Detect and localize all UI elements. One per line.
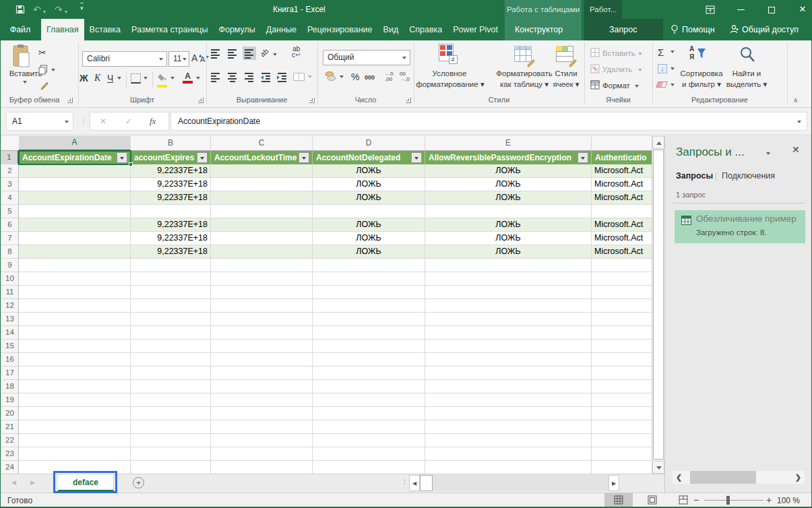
cell[interactable]: Microsoft.Act bbox=[592, 178, 652, 191]
zoom-out-button[interactable]: − bbox=[693, 495, 699, 505]
cell[interactable] bbox=[19, 299, 131, 313]
cell[interactable] bbox=[592, 205, 652, 218]
tabbar-resize-handle[interactable]: ⁞ bbox=[404, 478, 406, 486]
cell[interactable] bbox=[131, 420, 211, 434]
cell[interactable] bbox=[19, 326, 131, 340]
cell[interactable] bbox=[313, 326, 425, 340]
cell[interactable] bbox=[425, 447, 592, 461]
italic-button[interactable]: К bbox=[94, 73, 100, 84]
align-top-icon[interactable] bbox=[210, 48, 221, 59]
cell[interactable]: 9,22337E+18 bbox=[131, 232, 211, 245]
cell[interactable]: ЛОЖЬ bbox=[425, 178, 592, 191]
cell[interactable] bbox=[131, 447, 211, 461]
panel-hscrollbar[interactable]: ❮ ❯ bbox=[673, 471, 805, 484]
conditional-formatting-icon[interactable]: ≠ bbox=[439, 44, 458, 64]
font-color-dropdown[interactable] bbox=[196, 77, 200, 80]
hscroll-left-button[interactable]: ◀ bbox=[409, 475, 420, 491]
cell[interactable] bbox=[592, 259, 652, 272]
zoom-slider-thumb[interactable] bbox=[726, 496, 730, 505]
wrap-text-button[interactable]: abc↵ bbox=[292, 46, 301, 58]
cell[interactable] bbox=[131, 313, 211, 326]
cell[interactable] bbox=[19, 245, 131, 259]
cell[interactable] bbox=[313, 420, 425, 434]
cell[interactable] bbox=[19, 259, 131, 272]
cell[interactable] bbox=[313, 461, 425, 474]
cell[interactable] bbox=[313, 205, 425, 218]
percent-style-button[interactable]: % bbox=[351, 71, 359, 82]
column-header[interactable]: D bbox=[313, 136, 425, 150]
cell[interactable] bbox=[131, 367, 211, 380]
cell[interactable] bbox=[211, 353, 313, 367]
cell[interactable] bbox=[19, 353, 131, 367]
cell[interactable] bbox=[19, 340, 131, 353]
cell[interactable] bbox=[425, 313, 592, 326]
delete-cells-button[interactable]: Удалить bbox=[602, 65, 632, 73]
cell[interactable] bbox=[211, 380, 313, 393]
filter-dropdown-button[interactable] bbox=[411, 152, 422, 163]
delete-cells-icon[interactable] bbox=[590, 64, 600, 73]
bold-button[interactable]: Ж bbox=[80, 73, 88, 84]
cell[interactable] bbox=[313, 447, 425, 461]
cell[interactable] bbox=[211, 461, 313, 474]
filter-dropdown-button[interactable] bbox=[117, 152, 127, 163]
formula-bar-drag-handle[interactable]: ⋮ bbox=[80, 117, 87, 125]
tab-share[interactable]: Общий доступ bbox=[742, 19, 799, 40]
accounting-format-icon[interactable] bbox=[325, 71, 337, 85]
table-header-cell[interactable]: Authenticatio bbox=[592, 151, 652, 164]
sort-filter-label1[interactable]: Сортировка bbox=[676, 69, 727, 77]
qat-customize-icon[interactable]: ▾ bbox=[80, 3, 84, 13]
align-left-icon[interactable] bbox=[210, 71, 221, 82]
cell[interactable] bbox=[211, 299, 313, 313]
table-header-cell[interactable]: AccountExpirationDate bbox=[19, 151, 131, 164]
row-header[interactable]: 20 bbox=[1, 407, 19, 420]
tab-constructor[interactable]: Конструктор bbox=[515, 19, 563, 40]
row-header[interactable]: 24 bbox=[1, 461, 19, 474]
panel-scroll-right[interactable]: ❯ bbox=[795, 473, 801, 482]
cell[interactable] bbox=[131, 259, 211, 272]
row-header[interactable]: 22 bbox=[1, 434, 19, 447]
row-header[interactable]: 2 bbox=[1, 164, 19, 178]
cell[interactable] bbox=[19, 461, 131, 474]
cell[interactable] bbox=[592, 340, 652, 353]
column-header[interactable]: C bbox=[211, 136, 313, 150]
tab-разметка-страницы[interactable]: Разметка страницы bbox=[126, 19, 213, 40]
sort-filter-icon[interactable]: АЯ bbox=[689, 45, 710, 64]
filter-dropdown-button[interactable] bbox=[299, 152, 309, 163]
cell[interactable] bbox=[211, 205, 313, 218]
cell[interactable]: 9,22337E+18 bbox=[131, 164, 211, 178]
row-header[interactable]: 10 bbox=[1, 272, 19, 286]
cell[interactable]: 9,22337E+18 bbox=[131, 218, 211, 232]
sheet-nav-left[interactable]: ◀ bbox=[11, 479, 16, 486]
cell[interactable]: ЛОЖЬ bbox=[425, 232, 592, 245]
cell[interactable] bbox=[425, 407, 592, 420]
row-header[interactable]: 17 bbox=[1, 367, 19, 380]
cell[interactable] bbox=[425, 434, 592, 447]
cell[interactable]: 9,22337E+18 bbox=[131, 191, 211, 205]
format-painter-icon[interactable] bbox=[38, 81, 49, 91]
sheet-nav-right[interactable]: ▶ bbox=[30, 479, 35, 486]
vscroll-thumb[interactable] bbox=[653, 150, 664, 459]
cell[interactable] bbox=[425, 326, 592, 340]
clipboard-dialog-launcher[interactable] bbox=[67, 98, 73, 103]
cell[interactable] bbox=[19, 393, 131, 407]
fill-down-icon[interactable]: ↓ bbox=[658, 64, 667, 73]
cell[interactable] bbox=[211, 434, 313, 447]
cell[interactable] bbox=[131, 340, 211, 353]
format-cells-dropdown[interactable] bbox=[635, 85, 639, 88]
row-header[interactable]: 7 bbox=[1, 232, 19, 245]
minimize-button[interactable] bbox=[730, 0, 751, 19]
align-bottom-icon[interactable] bbox=[244, 48, 255, 59]
cell[interactable] bbox=[313, 380, 425, 393]
borders-icon[interactable] bbox=[131, 73, 141, 84]
column-header[interactable]: A bbox=[19, 136, 131, 151]
orientation-icon[interactable]: ab bbox=[259, 46, 270, 58]
cell[interactable]: ЛОЖЬ bbox=[313, 164, 425, 178]
cell[interactable] bbox=[313, 313, 425, 326]
cell[interactable]: Microsoft.Act bbox=[592, 245, 652, 259]
cell[interactable] bbox=[313, 367, 425, 380]
cell[interactable] bbox=[592, 299, 652, 313]
row-header[interactable]: 9 bbox=[1, 259, 19, 272]
cell[interactable] bbox=[211, 407, 313, 420]
fill-color-icon[interactable] bbox=[157, 72, 168, 88]
cell[interactable]: ЛОЖЬ bbox=[313, 178, 425, 191]
